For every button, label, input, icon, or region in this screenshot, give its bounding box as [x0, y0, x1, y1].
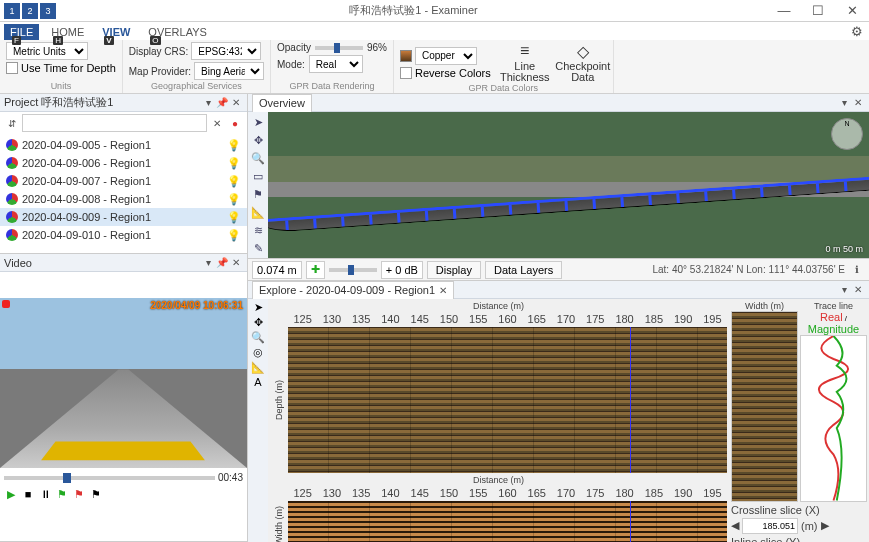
tab-close-icon[interactable]: ✕: [439, 285, 447, 296]
bulb-icon[interactable]: 💡: [227, 211, 241, 224]
ruler-tick: 165: [522, 487, 551, 499]
tree-item[interactable]: 2020-04-09-009 - Region1💡: [0, 208, 247, 226]
panel-menu-icon[interactable]: ▾: [201, 257, 215, 268]
record-icon[interactable]: ●: [227, 115, 243, 131]
tree-item[interactable]: 2020-04-09-008 - Region1💡: [0, 190, 247, 208]
zoom-tool-icon[interactable]: 🔍: [250, 150, 266, 166]
data-layers-button[interactable]: Data Layers: [485, 261, 562, 279]
pin-icon[interactable]: 📌: [215, 257, 229, 268]
area-tool-icon[interactable]: ▭: [250, 168, 266, 184]
flag-tool-icon[interactable]: ⚑: [250, 186, 266, 202]
panel-menu-icon[interactable]: ▾: [201, 97, 215, 108]
bulb-icon[interactable]: 💡: [227, 193, 241, 206]
note-tool-icon[interactable]: ✎: [250, 240, 266, 256]
distance-label-top: Distance (m): [270, 301, 727, 311]
panel-close-icon[interactable]: ✕: [851, 284, 865, 295]
map-canvas[interactable]: 0 m 50 m: [268, 112, 869, 258]
ruler-tick: 160: [493, 313, 522, 325]
pause-button[interactable]: ⏸: [38, 487, 52, 501]
pan-tool-icon[interactable]: ✥: [254, 316, 263, 329]
crossline-next-icon[interactable]: ▶: [821, 519, 829, 532]
crossline-unit: (m): [801, 520, 818, 532]
pin-icon[interactable]: 📌: [215, 97, 229, 108]
width-slice-canvas[interactable]: [731, 311, 798, 502]
ruler-tick: 165: [522, 313, 551, 325]
maximize-button[interactable]: ☐: [801, 0, 835, 22]
pointer-tool-icon[interactable]: ➤: [250, 114, 266, 130]
minimize-button[interactable]: —: [767, 0, 801, 22]
bulb-icon[interactable]: 💡: [227, 157, 241, 170]
flag-list-icon[interactable]: ⚑: [89, 487, 103, 501]
qat-3[interactable]: 3: [40, 3, 56, 19]
panel-close-icon[interactable]: ✕: [851, 97, 865, 108]
tree-item[interactable]: 2020-04-09-006 - Region1💡: [0, 154, 247, 172]
bscan-canvas[interactable]: [288, 327, 727, 473]
panel-menu-icon[interactable]: ▾: [837, 284, 851, 295]
video-timestamp: 2020/04/09 10:06:31: [150, 300, 243, 311]
flag-add-icon[interactable]: ⚑: [55, 487, 69, 501]
tab-overlays[interactable]: OVERLAYS: [142, 24, 213, 40]
opacity-slider[interactable]: [315, 46, 363, 50]
explore-panel: Explore - 2020-04-09-009 - Region1✕ ▾ ✕ …: [248, 281, 869, 542]
opacity-label: Opacity: [277, 42, 311, 53]
crossline-cursor[interactable]: [630, 501, 631, 542]
group-label-render: GPR Data Rendering: [277, 81, 387, 91]
measure-tool-icon[interactable]: 📐: [250, 204, 266, 220]
tab-view[interactable]: VIEW: [96, 24, 136, 40]
tree-item[interactable]: 2020-04-09-010 - Region1💡: [0, 226, 247, 244]
stop-button[interactable]: ■: [21, 487, 35, 501]
crossline-prev-icon[interactable]: ◀: [731, 519, 739, 532]
tree-item[interactable]: 2020-04-09-007 - Region1💡: [0, 172, 247, 190]
qat-1[interactable]: 1: [4, 3, 20, 19]
layer-tool-icon[interactable]: ≋: [250, 222, 266, 238]
qat-2[interactable]: 2: [22, 3, 38, 19]
ribbon-help-icon[interactable]: ⚙: [845, 22, 869, 40]
flag-del-icon[interactable]: ⚑: [72, 487, 86, 501]
line-thickness-button[interactable]: ≡Line Thickness: [501, 42, 549, 83]
crossline-cursor[interactable]: [630, 327, 631, 473]
tab-file[interactable]: FILE: [4, 24, 39, 40]
distance-ruler-mid: 1251301351401451501551601651701751801851…: [288, 487, 727, 499]
panel-close-icon[interactable]: ✕: [229, 97, 243, 108]
info-icon[interactable]: ℹ: [849, 262, 865, 278]
bulb-icon[interactable]: 💡: [227, 139, 241, 152]
tab-home[interactable]: HOME: [45, 24, 90, 40]
measure-tool-icon[interactable]: 📐: [251, 361, 265, 374]
palette-select[interactable]: Copper: [415, 47, 477, 65]
gain-slider[interactable]: [329, 268, 377, 272]
region-icon: [6, 175, 18, 187]
bulb-icon[interactable]: 💡: [227, 229, 241, 242]
panel-menu-icon[interactable]: ▾: [837, 97, 851, 108]
explore-toolbar: ➤ ✥ 🔍 ◎ 📐 A: [248, 299, 268, 542]
mode-select[interactable]: Real: [309, 55, 363, 73]
use-time-checkbox[interactable]: Use Time for Depth: [6, 62, 116, 74]
panel-close-icon[interactable]: ✕: [229, 257, 243, 268]
explore-tab[interactable]: Explore - 2020-04-09-009 - Region1✕: [252, 281, 454, 299]
search-input[interactable]: [22, 114, 207, 132]
reverse-colors-checkbox[interactable]: Reverse Colors: [400, 67, 491, 79]
close-button[interactable]: ✕: [835, 0, 869, 22]
project-tree: 2020-04-09-005 - Region1💡2020-04-09-006 …: [0, 134, 247, 246]
ruler-tick: 150: [434, 313, 463, 325]
zoom-tool-icon[interactable]: 🔍: [251, 331, 265, 344]
trace-canvas[interactable]: [800, 335, 867, 502]
checkpoint-data-button[interactable]: ◇Checkpoint Data: [559, 42, 607, 83]
bulb-icon[interactable]: 💡: [227, 175, 241, 188]
provider-select[interactable]: Bing Aerial: [194, 62, 264, 80]
tree-item[interactable]: 2020-04-09-005 - Region1💡: [0, 136, 247, 154]
pick-tool-icon[interactable]: ◎: [253, 346, 263, 359]
play-button[interactable]: ▶: [4, 487, 18, 501]
crossline-input[interactable]: [742, 518, 798, 534]
clear-search-icon[interactable]: ✕: [209, 115, 225, 131]
video-seek-slider[interactable]: [4, 476, 215, 480]
tree-expand-icon[interactable]: ⇵: [4, 115, 20, 131]
cscan-canvas[interactable]: [288, 501, 727, 542]
text-tool-icon[interactable]: A: [254, 376, 261, 388]
display-button[interactable]: Display: [427, 261, 481, 279]
crosshair-icon[interactable]: ✚: [306, 261, 325, 279]
overview-tab[interactable]: Overview: [252, 94, 312, 112]
pan-tool-icon[interactable]: ✥: [250, 132, 266, 148]
crs-select[interactable]: EPSG:4326: [191, 42, 261, 60]
compass-icon[interactable]: [831, 118, 863, 150]
pointer-tool-icon[interactable]: ➤: [254, 301, 263, 314]
